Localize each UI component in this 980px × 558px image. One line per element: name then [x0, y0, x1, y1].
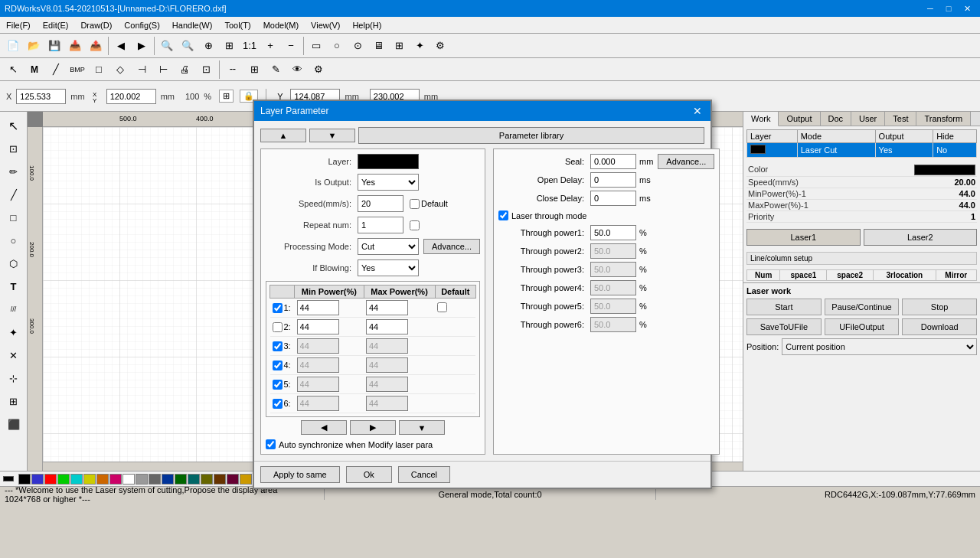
laser1-tab[interactable]: Laser1 — [746, 229, 861, 246]
edit-node-button[interactable]: ✎ — [266, 60, 286, 80]
scroll-down-button[interactable]: ▼ — [309, 129, 355, 142]
start-button[interactable]: Start — [746, 299, 822, 315]
measure-tool[interactable]: ⊹ — [3, 367, 24, 389]
min-power-input[interactable] — [297, 319, 339, 334]
cursor-tool[interactable]: ↖ — [3, 115, 24, 136]
menu-item-viewv[interactable]: View(V) — [305, 17, 346, 33]
color-swatch[interactable] — [31, 474, 44, 485]
color-swatch[interactable] — [109, 474, 122, 485]
cancel-button[interactable]: Cancel — [398, 466, 450, 483]
color-swatch[interactable] — [57, 474, 70, 485]
diamond-button[interactable]: ◇ — [110, 60, 130, 80]
y-input[interactable] — [106, 89, 156, 104]
close-window-button[interactable]: ✕ — [959, 2, 975, 15]
power-row-checkbox[interactable] — [273, 303, 283, 313]
laser-through-mode-checkbox[interactable] — [498, 210, 508, 220]
advance-processing-button[interactable]: Advance... — [423, 239, 480, 254]
color-swatch[interactable] — [149, 474, 161, 485]
dialog-right-button[interactable]: ▶ — [350, 420, 396, 435]
line-column-setup[interactable]: Line/column setup — [746, 252, 977, 265]
ok-button[interactable]: Ok — [346, 466, 392, 483]
menu-item-handlew[interactable]: Handle(W) — [166, 17, 219, 33]
zoom-minus-button[interactable]: − — [281, 36, 301, 56]
default-speed-checkbox[interactable] — [410, 199, 420, 209]
scatter-button[interactable]: ✦ — [410, 36, 430, 56]
square-button[interactable]: □ — [89, 60, 109, 80]
x-input[interactable] — [16, 89, 66, 104]
auto-sync-checkbox[interactable] — [266, 439, 276, 449]
power-row-checkbox[interactable] — [273, 361, 283, 370]
crop-button[interactable]: ⊡ — [196, 60, 216, 80]
cross-tool[interactable]: ✕ — [3, 344, 24, 366]
speed-input[interactable] — [358, 195, 403, 212]
select2-button[interactable]: ↖ — [3, 60, 23, 80]
through-power-input[interactable] — [590, 225, 636, 240]
tab-user[interactable]: User — [851, 112, 885, 126]
color-swatch[interactable] — [175, 474, 187, 485]
dialog-close-button[interactable]: ✕ — [691, 104, 704, 118]
color-swatch[interactable] — [44, 474, 57, 485]
pen-tool[interactable]: ✏ — [3, 161, 24, 182]
settings2-button[interactable]: ⚙ — [309, 60, 328, 80]
tab-doc[interactable]: Doc — [821, 112, 852, 126]
monitor-button[interactable]: 🖥 — [368, 36, 388, 56]
zoom-in-button[interactable]: 🔍 — [157, 36, 177, 56]
tab-work[interactable]: Work — [743, 112, 779, 126]
color-swatch[interactable] — [136, 474, 148, 485]
color-swatch[interactable] — [214, 474, 226, 485]
download-button[interactable]: Download — [902, 318, 977, 335]
power-row-checkbox[interactable] — [273, 380, 283, 390]
through-power-input[interactable] — [590, 280, 636, 295]
menu-item-toolt[interactable]: Tool(T) — [218, 17, 256, 33]
maximize-button[interactable]: □ — [940, 2, 957, 15]
menu-item-drawd[interactable]: Draw(D) — [74, 17, 118, 33]
back-button[interactable]: ◀ — [111, 36, 131, 56]
color-swatch[interactable] — [83, 474, 96, 485]
menu-item-filef[interactable]: File(F) — [0, 17, 37, 33]
dialog-left-button[interactable]: ◀ — [301, 420, 347, 435]
star-tool[interactable]: ✦ — [3, 321, 24, 343]
fill-tool[interactable]: ⬛ — [3, 413, 24, 435]
open-button[interactable]: 📂 — [24, 36, 44, 56]
gear-button[interactable]: ⚙ — [430, 36, 450, 56]
laser2-tab[interactable]: Laser2 — [864, 229, 978, 246]
table-row[interactable]: Laser Cut Yes No — [747, 143, 977, 158]
align-button[interactable]: ⊣ — [132, 60, 152, 80]
text-tool[interactable]: T — [3, 276, 24, 297]
print-button[interactable]: 🖨 — [175, 60, 194, 80]
menu-item-configs[interactable]: Config(S) — [118, 17, 165, 33]
tab-transform[interactable]: Transform — [916, 112, 971, 126]
export-button[interactable]: 📤 — [86, 36, 106, 56]
node-tool[interactable]: ⊡ — [3, 138, 24, 159]
zoom-fit-button[interactable]: ⊕ — [198, 36, 218, 56]
forward-button[interactable]: ▶ — [132, 36, 152, 56]
open-delay-input[interactable] — [590, 172, 636, 188]
min-power-input[interactable] — [297, 300, 339, 315]
max-power-input[interactable] — [366, 300, 408, 315]
param-library-button[interactable]: Parameter library — [358, 127, 704, 144]
repeat-num-input[interactable] — [358, 217, 403, 233]
rect-button[interactable]: ▭ — [306, 36, 326, 56]
m-button[interactable]: M — [24, 60, 44, 80]
through-power-input[interactable] — [590, 262, 636, 277]
pause-continue-button[interactable]: Pause/Continue — [825, 299, 900, 315]
power-row-checkbox[interactable] — [273, 399, 283, 409]
color-swatch[interactable] — [70, 474, 83, 485]
import-button[interactable]: 📥 — [65, 36, 85, 56]
ellipse-tool[interactable]: ○ — [3, 230, 24, 251]
is-output-select[interactable]: Yes No — [358, 174, 419, 191]
bmp-button[interactable]: BMP — [67, 60, 87, 80]
color-swatch[interactable] — [96, 474, 109, 485]
if-blowing-select[interactable]: Yes No — [358, 259, 419, 276]
color-swatch[interactable] — [18, 474, 31, 485]
color-swatch[interactable] — [122, 474, 135, 485]
polygon-tool[interactable]: ⬡ — [3, 253, 24, 274]
color-swatch[interactable] — [162, 474, 174, 485]
zoom-out-button[interactable]: 🔍 — [178, 36, 198, 56]
rect-tool[interactable]: □ — [3, 207, 24, 228]
zoom-plus-button[interactable]: + — [260, 36, 280, 56]
color-swatch[interactable] — [188, 474, 200, 485]
show-button[interactable]: 👁 — [287, 60, 307, 80]
max-power-input[interactable] — [366, 319, 408, 334]
grid-toggle[interactable]: ⊞ — [219, 90, 234, 103]
